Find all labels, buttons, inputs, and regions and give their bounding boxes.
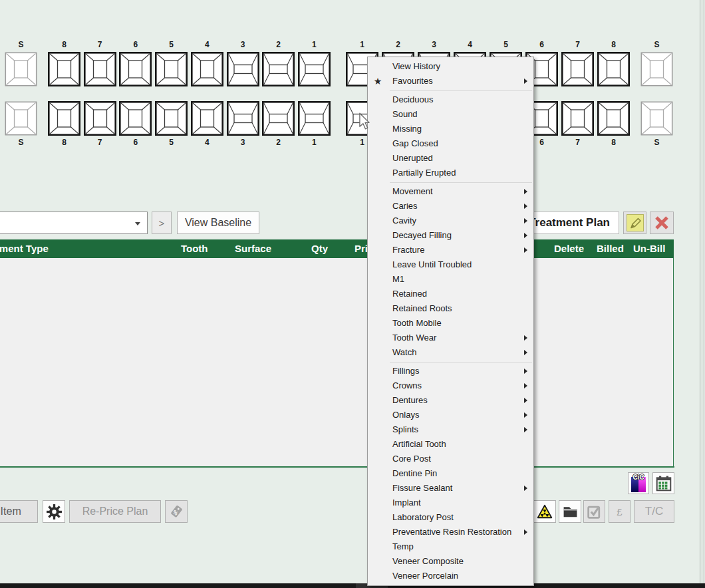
tooth-upper_left-3[interactable] xyxy=(227,52,259,86)
tooth-label-upper_right-7: 7 xyxy=(561,40,594,49)
tooth-upper_left-5[interactable] xyxy=(155,52,188,86)
tc-button[interactable]: T/C xyxy=(634,500,674,523)
expand-plan-button[interactable]: > xyxy=(152,212,172,234)
calendar-icon xyxy=(655,475,672,492)
plan-selector-combobox[interactable] xyxy=(0,212,148,234)
menu-item-missing[interactable]: Missing xyxy=(368,122,533,136)
menu-item-label: Implant xyxy=(392,496,421,510)
menu-item-decayed-filling[interactable]: Decayed Filling xyxy=(368,228,533,243)
tooth-label-lower_left-4: 4 xyxy=(191,138,223,147)
tooth-label-lower_left-1: 1 xyxy=(298,138,331,147)
menu-item-tooth-wear[interactable]: Tooth Wear xyxy=(368,331,533,345)
tooth-label-lower_right-8: 8 xyxy=(597,138,630,147)
menu-item-label: Movement xyxy=(392,184,433,199)
tooth-lower_left-5[interactable] xyxy=(155,101,188,136)
menu-item-dentures[interactable]: Dentures xyxy=(368,393,533,408)
tooth-label-lower_right-S: S xyxy=(640,138,673,147)
tooth-label-lower_left-2: 2 xyxy=(262,138,295,147)
menu-item-watch[interactable]: Watch xyxy=(368,345,533,360)
charge-button[interactable]: £ xyxy=(609,500,631,523)
menu-item-fissure-sealant[interactable]: Fissure Sealant xyxy=(368,481,533,496)
tooth-upper_left-6[interactable] xyxy=(119,52,152,86)
menu-item-splints[interactable]: Splints xyxy=(368,422,533,437)
menu-item-artificial-tooth[interactable]: Artificial Tooth xyxy=(368,437,533,452)
appointment-calendar-button[interactable] xyxy=(652,472,674,494)
menu-item-view-history[interactable]: View History xyxy=(368,59,533,74)
cic-button[interactable]: CiC xyxy=(628,472,649,494)
tooth-upper_left-4[interactable] xyxy=(191,52,223,86)
tooth-lower_left-8[interactable] xyxy=(48,101,80,136)
menu-item-label: Leave Until Troubled xyxy=(392,257,472,272)
menu-item-unerupted[interactable]: Unerupted xyxy=(368,151,533,166)
close-plan-button[interactable] xyxy=(650,212,674,234)
tooth-context-menu: View History★FavouritesDeciduousSoundMis… xyxy=(367,57,534,586)
menu-item-veneer-composite[interactable]: Veneer Composite xyxy=(368,554,533,569)
settings-button[interactable] xyxy=(43,500,65,523)
menu-item-fillings[interactable]: Fillings xyxy=(368,364,533,378)
discount-button[interactable]: % xyxy=(165,500,188,523)
column-header-billed: Billed xyxy=(597,239,624,258)
tooth-lower_right-7[interactable] xyxy=(561,101,594,136)
submenu-arrow-icon xyxy=(524,383,527,388)
menu-item-deciduous[interactable]: Deciduous xyxy=(368,92,533,107)
tooth-lower_left-3[interactable] xyxy=(227,101,259,136)
edit-plan-button[interactable] xyxy=(623,212,646,234)
tooth-upper_left-8[interactable] xyxy=(48,52,80,86)
documents-button[interactable] xyxy=(559,500,581,523)
tooth-lower_right-8[interactable] xyxy=(597,101,630,136)
tooth-upper_left-7[interactable] xyxy=(84,52,116,86)
tooth-lower_left-S[interactable] xyxy=(5,101,37,136)
menu-item-label: Dentures xyxy=(392,393,428,408)
tooth-lower_right-S[interactable] xyxy=(640,101,673,136)
menu-item-caries[interactable]: Caries xyxy=(368,199,533,214)
tooth-lower_left-6[interactable] xyxy=(119,101,152,136)
menu-item-favourites[interactable]: ★Favourites xyxy=(368,74,533,88)
panel-splitter[interactable] xyxy=(700,0,704,583)
tooth-upper_right-7[interactable] xyxy=(561,52,594,86)
menu-item-partially-erupted[interactable]: Partially Erupted xyxy=(368,166,533,180)
tooth-upper_left-1[interactable] xyxy=(298,52,331,86)
menu-item-leave-until-troubled[interactable]: Leave Until Troubled xyxy=(368,257,533,272)
menu-item-crowns[interactable]: Crowns xyxy=(368,378,533,393)
menu-item-label: Splints xyxy=(392,422,418,437)
menu-item-preventative-resin-restoration[interactable]: Preventative Resin Restoration xyxy=(368,525,533,539)
tooth-lower_left-7[interactable] xyxy=(84,101,116,136)
column-header-delete: Delete xyxy=(554,239,584,258)
menu-item-fracture[interactable]: Fracture xyxy=(368,243,533,257)
menu-item-tooth-mobile[interactable]: Tooth Mobile xyxy=(368,316,533,331)
tooth-label-upper_right-6: 6 xyxy=(525,40,558,49)
tooth-label-lower_left-S: S xyxy=(5,138,37,147)
approve-button[interactable] xyxy=(583,500,605,523)
misc-item-button[interactable]: Misc Item xyxy=(0,500,38,523)
menu-item-implant[interactable]: Implant xyxy=(368,496,533,510)
plan-table-body[interactable] xyxy=(0,258,674,466)
tooth-upper_left-2[interactable] xyxy=(262,52,295,86)
menu-item-retained-roots[interactable]: Retained Roots xyxy=(368,301,533,316)
tooth-label-upper_right-2: 2 xyxy=(382,40,414,49)
menu-item-m1[interactable]: M1 xyxy=(368,272,533,287)
reprice-plan-button[interactable]: Re-Price Plan xyxy=(69,500,161,523)
menu-item-retained[interactable]: Retained xyxy=(368,287,533,301)
tooth-lower_left-4[interactable] xyxy=(191,101,223,136)
tooth-lower_left-1[interactable] xyxy=(298,101,331,136)
xray-button[interactable] xyxy=(533,500,556,523)
menu-item-core-post[interactable]: Core Post xyxy=(368,452,533,466)
menu-item-sound[interactable]: Sound xyxy=(368,107,533,122)
price-tag-icon: % xyxy=(168,504,184,519)
menu-item-laboratory-post[interactable]: Laboratory Post xyxy=(368,510,533,525)
menu-item-onlays[interactable]: Onlays xyxy=(368,408,533,422)
menu-item-dentine-pin[interactable]: Dentine Pin xyxy=(368,466,533,481)
menu-item-veneer-porcelain[interactable]: Veneer Porcelain xyxy=(368,569,533,583)
menu-item-gap-closed[interactable]: Gap Closed xyxy=(368,136,533,151)
tooth-upper_right-8[interactable] xyxy=(597,52,630,86)
dental-charting-window: S8765432112345678SS8765432112345678S > V… xyxy=(0,0,705,588)
tooth-upper_right-S[interactable] xyxy=(640,52,673,86)
view-baseline-button[interactable]: View Baseline xyxy=(177,212,259,234)
menu-item-label: Laboratory Post xyxy=(392,510,454,525)
submenu-arrow-icon xyxy=(524,189,527,194)
tooth-upper_left-S[interactable] xyxy=(5,52,37,86)
menu-item-temp[interactable]: Temp xyxy=(368,539,533,554)
tooth-lower_left-2[interactable] xyxy=(262,101,295,136)
menu-item-movement[interactable]: Movement xyxy=(368,184,533,199)
menu-item-cavity[interactable]: Cavity xyxy=(368,214,533,228)
